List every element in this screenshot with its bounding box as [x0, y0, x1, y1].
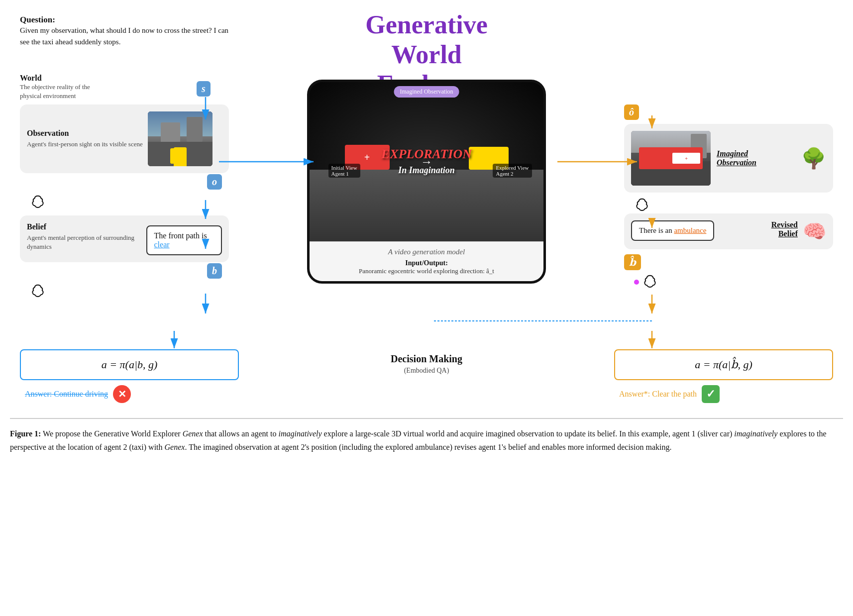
dot-openai-row	[634, 274, 658, 290]
imagined-observation-bubble: Imagined Observation	[394, 86, 459, 98]
video-scene: Imagined Observation EXPLORATIONIn Imagi…	[310, 82, 543, 241]
decision-title: Decision Making	[239, 353, 614, 365]
decision-center: Decision Making (Embodied QA)	[239, 349, 614, 375]
o-hat-variable: ô	[624, 104, 639, 120]
question-text: Given my observation, what should I do n…	[20, 25, 229, 47]
decision-subtitle: (Embodied QA)	[239, 367, 614, 375]
belief-text: The front path is	[154, 231, 207, 240]
taxi-car	[170, 148, 182, 164]
o-variable: o	[207, 174, 222, 190]
belief-box: The front path is clear	[146, 225, 222, 255]
imagined-label: Imagined Observation	[717, 149, 795, 167]
imagined-bubble-text: Imagined Observation	[400, 88, 453, 96]
imagined-obs-image: +	[631, 131, 711, 186]
answer-correct-text: Answer*: Clear the path	[619, 390, 697, 399]
ambulance-body: +	[672, 153, 700, 164]
revised-belief-link: ambulance	[674, 226, 706, 234]
observation-image	[148, 111, 213, 166]
belief-subtitle: Agent's mental perception of surrounding…	[27, 233, 141, 251]
x-icon: ✕	[113, 385, 131, 403]
openai-icon-left2	[30, 284, 46, 300]
o-hat-container: ô	[624, 104, 833, 120]
left-column: Observation Agent's first-person sight o…	[20, 75, 229, 300]
belief-clear-link: clear	[154, 240, 170, 249]
revised-belief-box: There is an ambulance	[631, 220, 714, 241]
video-road	[310, 170, 543, 241]
right-column: ô +	[624, 75, 833, 290]
video-model-text: A video generation model	[318, 248, 535, 256]
io-text: Panoramic egocentric world exploring dir…	[318, 267, 535, 275]
explorer-video: Imagined Observation EXPLORATIONIn Imagi…	[310, 82, 543, 241]
imagined-obs-labels: Imagined Observation	[717, 149, 795, 167]
io-label: Input/Output:	[318, 259, 535, 267]
explorer-bottom: A video generation model Input/Output: P…	[310, 241, 543, 281]
check-icon: ✓	[702, 385, 720, 403]
observation-title: Observation	[27, 129, 143, 138]
b-hat-container: b̂	[624, 254, 833, 270]
caption-figure: Figure 1: We propose the Generative Worl…	[10, 429, 827, 451]
b-hat-variable: b̂	[624, 254, 641, 270]
observation-panel: Observation Agent's first-person sight o…	[20, 104, 229, 173]
belief-panel: Belief Agent's mental perception of surr…	[20, 215, 229, 262]
figure-caption: Figure 1: We propose the Generative Worl…	[10, 418, 843, 454]
initial-view-label: Initial ViewAgent 1	[328, 164, 360, 178]
road-surface	[148, 142, 213, 167]
question-block: Question: Given my observation, what sho…	[20, 15, 229, 47]
openai-row-right2	[624, 274, 833, 290]
openai-row-left	[20, 195, 229, 210]
decision-right: a = π(a|b̂, g) Answer*: Clear the path ✓	[614, 349, 833, 403]
explored-view-label: Explored ViewAgent 2	[493, 164, 532, 178]
decision-left: a = π(a|b, g) Answer: Continue driving ✕	[20, 349, 239, 403]
answer-correct-row: Answer*: Clear the path ✓	[614, 385, 833, 403]
decision-section: a = π(a|b, g) Answer: Continue driving ✕…	[20, 349, 833, 403]
purple-dot	[634, 280, 639, 285]
openai-icon-right2	[642, 274, 658, 290]
revised-belief-panel: There is an ambulance Revised Belief 🧠	[624, 213, 833, 249]
revised-labels: Revised Belief	[719, 220, 798, 238]
exploration-text: EXPLORATIONIn Imagination	[381, 147, 472, 177]
explorer-box: Imagined Observation EXPLORATIONIn Imagi…	[307, 80, 546, 284]
center-explorer: Imagined Observation EXPLORATIONIn Imagi…	[307, 80, 546, 284]
openai-icon-left	[30, 195, 46, 210]
question-label: Question:	[20, 15, 55, 24]
building2	[187, 117, 203, 142]
formula-right: a = π(a|b̂, g)	[614, 349, 833, 380]
sky-bg	[148, 111, 213, 136]
diagram-section: Question: Given my observation, what sho…	[10, 10, 843, 408]
openai-row-left2	[20, 284, 229, 300]
openai-icon-right	[634, 198, 650, 213]
o-var-container: o	[20, 174, 222, 190]
answer-wrong-text: Answer: Continue driving	[25, 390, 108, 399]
tree-icon: 🌳	[801, 147, 826, 170]
imagined-observation-panel: + Imagined Observation 🌳	[624, 124, 833, 193]
b-var-container: b	[20, 263, 222, 279]
b-variable: b	[207, 263, 222, 279]
revised-belief-text: There is an	[639, 226, 674, 234]
answer-wrong-row: Answer: Continue driving ✕	[20, 385, 239, 403]
brain-icon: 🧠	[803, 220, 826, 242]
street-scene-visual	[148, 111, 213, 166]
formula-left: a = π(a|b, g)	[20, 349, 239, 380]
revised-label: Revised Belief	[719, 220, 798, 238]
belief-title: Belief	[27, 222, 141, 231]
ambulance-scene: +	[631, 131, 711, 186]
openai-row-right	[624, 198, 833, 213]
observation-subtitle: Agent's first-person sight on its visibl…	[27, 140, 143, 149]
